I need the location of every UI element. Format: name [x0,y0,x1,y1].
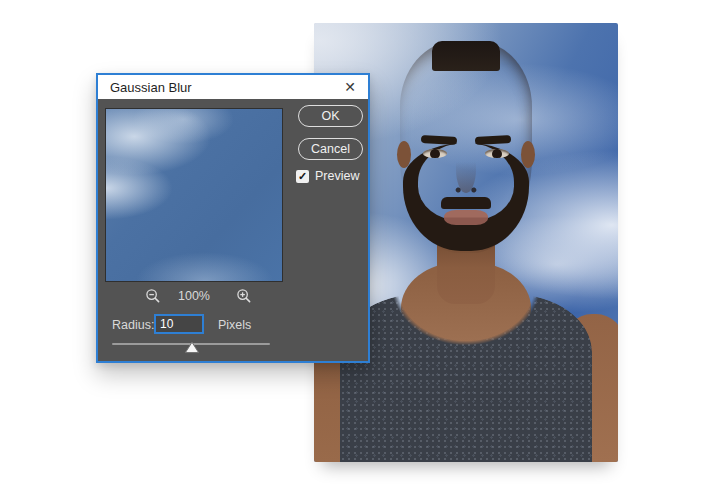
close-icon[interactable]: ✕ [341,78,359,96]
hair [432,41,500,71]
blur-preview-panel[interactable] [105,108,283,282]
preview-checkbox-row[interactable]: ✓ Preview [296,169,359,183]
left-eye [423,149,447,158]
head [400,41,532,253]
gaussian-blur-dialog: Gaussian Blur ✕ 100% [96,73,370,363]
lips [444,210,488,225]
right-eye [485,149,509,158]
zoom-controls: 100% [105,287,283,305]
right-ear [521,141,535,168]
zoom-level: 100% [105,289,283,303]
tank-top [340,294,592,462]
nostrils [452,187,480,193]
zoom-in-icon[interactable] [236,288,252,304]
nose [456,145,476,193]
radius-units: Pixels [218,318,251,332]
right-iris [492,149,502,158]
radius-slider[interactable] [112,340,270,356]
preview-label: Preview [315,169,359,183]
cancel-button[interactable]: Cancel [298,138,363,160]
dialog-title: Gaussian Blur [98,80,192,95]
slider-handle-icon[interactable] [184,340,200,358]
preview-checkbox[interactable]: ✓ [296,170,309,183]
left-iris [430,149,440,158]
radius-input[interactable] [155,315,203,333]
dialog-titlebar[interactable]: Gaussian Blur ✕ [98,75,368,99]
canvas: Gaussian Blur ✕ 100% [0,0,725,484]
radius-label: Radius: [112,318,154,332]
ok-button[interactable]: OK [298,105,363,127]
radius-row: Radius: Pixels [98,315,283,335]
mustache [441,197,491,209]
